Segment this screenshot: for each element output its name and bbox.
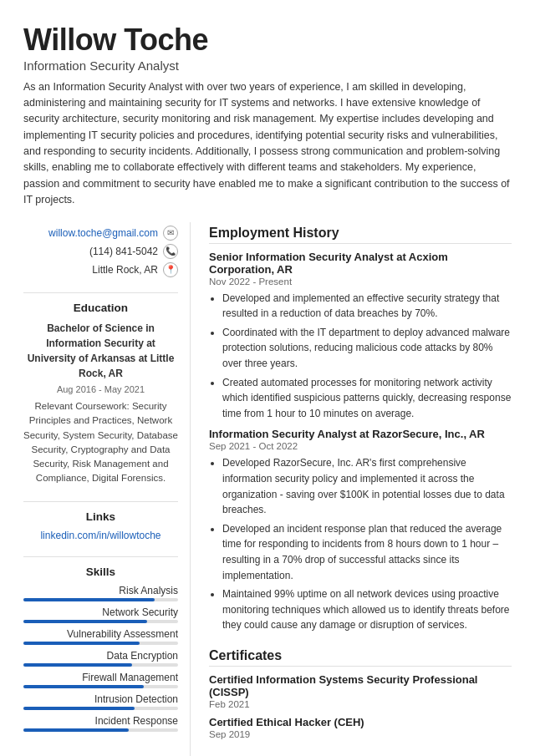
skill-name: Firewall Management <box>23 672 178 683</box>
bullet-item: Maintained 99% uptime on all network dev… <box>222 586 512 633</box>
divider-2 <box>23 501 178 502</box>
job-date: Sep 2021 - Oct 2022 <box>209 441 512 451</box>
skill-bar-bg <box>23 685 178 688</box>
cert-date: Feb 2021 <box>209 699 512 709</box>
skill-name: Risk Analysis <box>23 585 178 596</box>
resume-page: Willow Toche Information Security Analys… <box>0 0 535 756</box>
header-section: Willow Toche Information Security Analys… <box>23 23 512 73</box>
skill-bar-bg <box>23 728 178 732</box>
phone-icon: 📞 <box>163 244 178 259</box>
cert-name: Certified Information Systems Security P… <box>209 673 512 698</box>
skills-section: Skills Risk Analysis Network Security Vu… <box>23 566 178 732</box>
email-icon: ✉ <box>163 226 178 241</box>
bullet-item: Developed RazorSecure, Inc. AR's first c… <box>222 455 512 517</box>
skill-name: Network Security <box>23 606 178 618</box>
skill-item: Firewall Management <box>23 672 178 688</box>
skill-bar-fill <box>23 707 135 710</box>
bullet-item: Developed an incident response plan that… <box>222 521 512 583</box>
certificates-section: Certificates Certified Information Syste… <box>209 648 512 739</box>
skill-bar-fill <box>23 728 129 732</box>
links-section: Links linkedin.com/in/willowtoche <box>23 510 178 541</box>
skill-item: Risk Analysis <box>23 585 178 601</box>
edu-dates: Aug 2016 - May 2021 <box>23 383 178 397</box>
education-title: Education <box>23 302 178 314</box>
skill-item: Network Security <box>23 606 178 623</box>
cert-name: Certified Ethical Hacker (CEH) <box>209 716 512 728</box>
employment-section: Employment History Senior Information Se… <box>209 226 512 633</box>
divider-1 <box>23 292 178 293</box>
skill-name: Data Encryption <box>23 650 178 662</box>
main-layout: willow.toche@gmail.com ✉ (114) 841-5042 … <box>23 222 512 756</box>
email-item: willow.toche@gmail.com ✉ <box>23 226 178 241</box>
phone-item: (114) 841-5042 📞 <box>23 244 178 259</box>
skill-name: Incident Response <box>23 715 178 727</box>
job-bullets: Developed and implemented an effective s… <box>209 291 512 422</box>
skill-bar-fill <box>23 598 155 601</box>
bullet-item: Created automated processes for monitori… <box>222 375 512 422</box>
skill-bar-bg <box>23 598 178 601</box>
skill-bar-fill <box>23 685 144 688</box>
job-entry: Information Security Analyst at RazorSec… <box>209 428 512 633</box>
skill-bar-bg <box>23 642 178 645</box>
education-section: Education Bachelor of Science in Informa… <box>23 302 178 486</box>
jobs-list: Senior Information Security Analyst at A… <box>209 251 512 633</box>
degree-text: Bachelor of Science in Information Secur… <box>23 321 178 381</box>
email-link[interactable]: willow.toche@gmail.com <box>48 227 158 239</box>
job-entry: Senior Information Security Analyst at A… <box>209 251 512 422</box>
skill-name: Intrusion Detection <box>23 693 178 705</box>
certs-list: Certified Information Systems Security P… <box>209 673 512 739</box>
skill-bar-fill <box>23 620 147 623</box>
job-date: Nov 2022 - Present <box>209 277 512 287</box>
phone-text: (114) 841-5042 <box>89 246 158 257</box>
location-text: Little Rock, AR <box>92 264 158 276</box>
right-column: Employment History Senior Information Se… <box>191 222 512 756</box>
cert-entry: Certified Ethical Hacker (CEH) Sep 2019 <box>209 716 512 739</box>
skill-bar-bg <box>23 707 178 710</box>
job-title: Information Security Analyst at RazorSec… <box>209 428 512 440</box>
skill-bar-bg <box>23 663 178 667</box>
skill-bar-bg <box>23 620 178 623</box>
location-icon: 📍 <box>163 262 178 277</box>
location-item: Little Rock, AR 📍 <box>23 262 178 277</box>
cert-entry: Certified Information Systems Security P… <box>209 673 512 709</box>
contact-section: willow.toche@gmail.com ✉ (114) 841-5042 … <box>23 226 178 277</box>
education-content: Bachelor of Science in Information Secur… <box>23 321 178 486</box>
skill-bar-fill <box>23 642 140 645</box>
cert-date: Sep 2019 <box>209 729 512 739</box>
skills-title: Skills <box>23 566 178 578</box>
skill-item: Vulnerability Assessment <box>23 628 178 645</box>
skill-item: Incident Response <box>23 715 178 732</box>
linkedin-link[interactable]: linkedin.com/in/willowtoche <box>23 530 178 541</box>
summary-text: As an Information Security Analyst with … <box>23 79 512 209</box>
candidate-title: Information Security Analyst <box>23 58 512 73</box>
skill-bar-fill <box>23 663 132 667</box>
job-bullets: Developed RazorSecure, Inc. AR's first c… <box>209 455 512 633</box>
skill-name: Vulnerability Assessment <box>23 628 178 640</box>
links-title: Links <box>23 510 178 523</box>
job-title: Senior Information Security Analyst at A… <box>209 251 512 276</box>
left-column: willow.toche@gmail.com ✉ (114) 841-5042 … <box>23 222 191 756</box>
links-content: linkedin.com/in/willowtoche <box>23 530 178 541</box>
certificates-title: Certificates <box>209 648 512 667</box>
bullet-item: Developed and implemented an effective s… <box>222 291 512 322</box>
skill-item: Data Encryption <box>23 650 178 667</box>
bullet-item: Coordinated with the IT department to de… <box>222 325 512 372</box>
edu-coursework: Relevant Coursework: Security Principles… <box>23 399 178 486</box>
divider-3 <box>23 556 178 557</box>
skill-item: Intrusion Detection <box>23 693 178 710</box>
candidate-name: Willow Toche <box>23 23 512 57</box>
employment-title: Employment History <box>209 226 512 244</box>
skills-list: Risk Analysis Network Security Vulnerabi… <box>23 585 178 732</box>
